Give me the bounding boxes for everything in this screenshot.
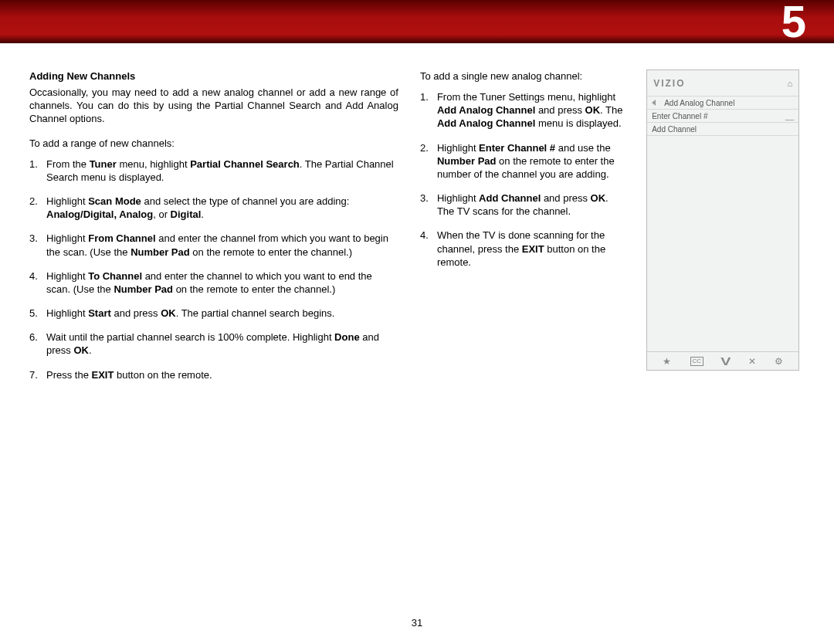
steps-list-left: From the Tuner menu, highlight Partial C…	[29, 158, 398, 381]
chapter-header-band: 5	[0, 0, 834, 43]
list-item: Press the EXIT button on the remote.	[29, 368, 398, 381]
intro-paragraph: Occasionally, you may need to add a new …	[29, 86, 398, 125]
column-left: Adding New Channels Occasionally, you ma…	[29, 69, 398, 392]
tv-row-label: Enter Channel #	[652, 112, 707, 120]
list-item: Highlight Start and press OK. The partia…	[29, 307, 398, 320]
home-icon: ⌂	[788, 79, 793, 88]
tv-row-label: Add Channel	[652, 125, 697, 134]
lead-line: To add a single new analog channel:	[420, 69, 625, 83]
v-icon: V	[720, 355, 731, 368]
tv-menu-row-enter-channel: Enter Channel # __	[647, 109, 798, 123]
tv-row-value: __	[785, 112, 794, 120]
star-icon	[663, 356, 671, 367]
tv-menu-header: VIZIO ⌂	[647, 70, 798, 97]
list-item: From the Tuner menu, highlight Partial C…	[29, 158, 398, 184]
list-item: Highlight Add Channel and press OK. The …	[420, 192, 625, 218]
lead-line: To add a range of new channels:	[29, 137, 398, 150]
tv-menu-row-add-channel: Add Channel	[647, 122, 798, 136]
tv-menu-mockup: VIZIO ⌂ Add Analog Channel Enter Channel…	[646, 69, 799, 371]
list-item: Highlight Enter Channel # and use the Nu…	[420, 141, 625, 181]
gear-icon	[775, 356, 783, 367]
tv-menu-footer: CC V	[647, 351, 798, 370]
back-icon	[652, 100, 656, 106]
list-item: Highlight From Channel and enter the cha…	[29, 232, 398, 258]
steps-list-mid: From the Tuner Settings menu, highlight …	[420, 90, 625, 269]
list-item: When the TV is done scanning for the cha…	[420, 229, 625, 268]
column-right: VIZIO ⌂ Add Analog Channel Enter Channel…	[646, 69, 805, 392]
section-heading: Adding New Channels	[29, 69, 398, 83]
list-item: Highlight Scan Mode and select the type …	[29, 195, 398, 221]
list-item: From the Tuner Settings menu, highlight …	[420, 90, 625, 130]
page-number: 31	[0, 617, 834, 629]
list-item: Wait until the partial channel search is…	[29, 330, 398, 357]
tv-menu-title-row: Add Analog Channel	[647, 96, 798, 110]
cc-icon: CC	[690, 357, 704, 366]
tv-menu-title: Add Analog Channel	[664, 99, 734, 107]
list-item: Highlight To Channel and enter the chann…	[29, 269, 398, 296]
chapter-number: 5	[781, 0, 805, 47]
close-icon	[748, 356, 756, 367]
tv-brand-logo: VIZIO	[653, 78, 685, 89]
column-middle: To add a single new analog channel: From…	[420, 69, 625, 392]
page-content: Adding New Channels Occasionally, you ma…	[0, 43, 834, 392]
